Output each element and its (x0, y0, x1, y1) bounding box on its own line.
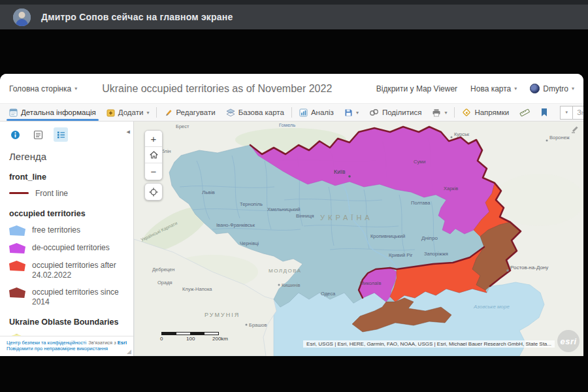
screen-share-stage: Дмитро Сопов сейчас на главном экране Го… (0, 0, 588, 392)
chevron-down-icon: ▾ (356, 110, 359, 116)
map-canvas[interactable]: УКРАЇНА Київ Львів Тернопіль Хмельницьки… (134, 122, 583, 356)
app-body: ◀ Легенда front_line Front line occupied… (0, 122, 583, 356)
content-tab[interactable] (31, 127, 45, 142)
app-header: Головна сторінка ▾ Ukraine occupied terr… (0, 74, 583, 103)
print-button[interactable]: ▾ (427, 104, 452, 121)
city-label: Воронеж (549, 135, 570, 140)
pencil-arrow-icon (571, 125, 579, 133)
legend-item-label: occupied territories after 24.02.2022 (32, 261, 124, 280)
printer-icon (432, 108, 441, 117)
link-icon (369, 108, 379, 116)
directions-icon (462, 108, 471, 117)
privacy-link[interactable]: Центр безпеки та конфіденційності (7, 340, 86, 346)
front-line-swatch (9, 192, 29, 194)
home-menu-label: Головна сторінка (9, 84, 71, 93)
occupied-2014-swatch (9, 287, 25, 298)
city-label: Брест (176, 123, 189, 129)
details-tab-label: Детальна інформація (21, 108, 96, 116)
legend-icon (56, 130, 66, 140)
legend-item-occupied-2014: occupied territories since 2014 (9, 287, 124, 307)
city-label: Суми (414, 159, 425, 165)
zoom-in-button[interactable]: + (145, 131, 162, 147)
info-icon (10, 130, 20, 140)
report-abuse-link[interactable]: Повідомити про неправомірне використання (7, 346, 108, 351)
collapse-panel-icon[interactable]: ◀ (127, 129, 130, 135)
city-label: Кишинів (282, 282, 301, 288)
edit-button-label: Редагувати (176, 108, 215, 116)
city-label: Дебрецен (152, 267, 174, 272)
analysis-button[interactable]: Аналіз (294, 104, 339, 121)
panel-footer: Центр безпеки та конфіденційності Зв'яза… (0, 336, 133, 356)
share-button[interactable]: Поділитися (364, 104, 427, 121)
city-label: Кривий Ріг (389, 252, 413, 258)
new-map-menu[interactable]: Нова карта ▾ (470, 84, 517, 93)
city-label: Вінниця (296, 213, 314, 219)
deoccupied-territories-swatch (9, 243, 25, 253)
map-zoom-controls: + − (144, 130, 163, 180)
ruler-icon (519, 108, 530, 117)
share-button-label: Поділитися (382, 108, 421, 116)
occupied-after-swatch (9, 261, 25, 271)
legend-tab[interactable] (54, 127, 68, 142)
city-label: Івано-Франківськ (216, 222, 255, 228)
details-tab[interactable]: Детальна інформація (4, 104, 101, 121)
city-label: Львів (202, 189, 215, 195)
about-tab[interactable] (8, 127, 22, 142)
city-label: Тернопіль (240, 201, 263, 207)
resize-handle-icon[interactable]: ◢ (127, 348, 131, 355)
chevron-down-icon: ▾ (146, 110, 149, 116)
city-label: Хмельницький (267, 206, 301, 212)
zoom-out-button[interactable]: − (145, 163, 162, 180)
scale-mid: 100 (186, 336, 195, 342)
layer-name-oblast-boundaries: Ukraine Oblaste Boundaries (9, 318, 124, 327)
city-label: Полтава (411, 200, 431, 206)
user-name-label: Dmytro (543, 84, 568, 93)
legend-item-free: free territories (9, 225, 124, 236)
city-label: Дніпро (421, 235, 438, 241)
basemap-button-label: Базова карта (238, 108, 284, 116)
arcgis-map-viewer-window: Головна сторінка ▾ Ukraine occupied terr… (0, 74, 583, 356)
bookmarks-button[interactable] (535, 104, 553, 121)
legend-item-deoccupied: de-occupied territories (9, 243, 124, 253)
presenter-bar: Дмитро Сопов сейчас на главном экране (0, 5, 588, 29)
chevron-down-icon: ▾ (74, 86, 77, 91)
contact-esri-link[interactable]: Esri (118, 340, 127, 346)
add-button[interactable]: Додати ▾ (101, 104, 155, 121)
city-label: Запоріжжя (424, 251, 448, 257)
panel-tool-tabs (0, 122, 133, 144)
search-options-dropdown[interactable]: ▾ (560, 106, 573, 120)
modify-map-icon[interactable] (571, 124, 579, 136)
sea-label: Азовське море (473, 304, 510, 310)
city-label: Миколаїв (360, 280, 381, 286)
measure-button[interactable] (514, 104, 535, 121)
home-menu-button[interactable]: Головна сторінка ▾ (9, 84, 77, 93)
contact-prefix: Зв'язатися з (88, 340, 116, 346)
add-button-label: Додати (118, 108, 144, 116)
search-input[interactable] (573, 106, 583, 120)
toolbar-separator (454, 107, 455, 118)
save-button[interactable]: ▾ (339, 104, 364, 121)
city-label: Чернівці (240, 240, 259, 246)
new-map-label: Нова карта (470, 84, 511, 93)
layer-name-occupied-territories: occupied territories (9, 209, 124, 218)
city-label: Ростов-на-Дону (510, 265, 548, 270)
content-icon (33, 130, 43, 140)
city-label: Харків (444, 186, 458, 191)
bookmark-icon (540, 108, 548, 117)
user-avatar-icon (530, 84, 540, 93)
user-menu[interactable]: Dmytro ▾ (530, 84, 574, 93)
chevron-down-icon: ▾ (572, 86, 574, 91)
chevron-down-icon: ▾ (444, 110, 447, 116)
basemap-button[interactable]: Базова карта (221, 104, 289, 121)
map-toolbar: Детальна інформація Додати ▾ Редагувати (0, 103, 583, 122)
directions-button[interactable]: Напрямки (457, 104, 514, 121)
home-button[interactable] (145, 147, 162, 163)
legend-item-front-line: Front line (9, 189, 124, 199)
edit-button[interactable]: Редагувати (159, 104, 220, 121)
open-in-map-viewer-link[interactable]: Відкрити у Map Viewer (376, 84, 457, 93)
presenter-status-text: Дмитро Сопов сейчас на главном экране (41, 12, 233, 22)
legend-item-occupied-after: occupied territories after 24.02.2022 (9, 261, 124, 280)
country-label: МОЛДОВА (269, 268, 302, 274)
find-my-location-button[interactable] (144, 183, 163, 201)
header-right-links: Відкрити у Map Viewer Нова карта ▾ Dmytr… (376, 84, 574, 93)
